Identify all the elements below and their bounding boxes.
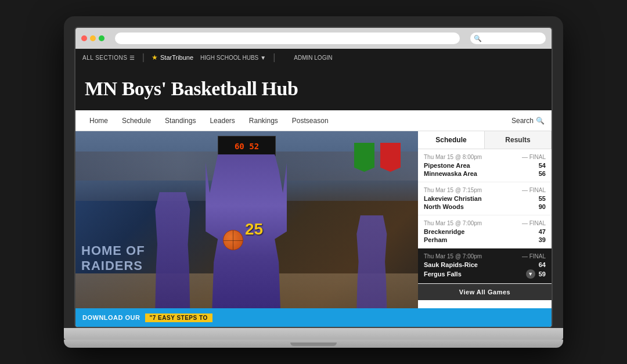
tab-schedule[interactable]: Schedule [418, 131, 485, 149]
website-content: ALL SECTIONS ☰ | ★ StarTribune HIGH SCHO… [75, 49, 552, 327]
laptop-notch [290, 343, 337, 346]
game-2-team2-row: North Woods 90 [424, 203, 546, 210]
game-2-date: Thu Mar 15 @ 7:15pm [424, 187, 482, 193]
banner-green [354, 143, 374, 172]
schedule-panel: Schedule Results Thu Mar 15 @ 8:00pm — F… [418, 131, 552, 308]
download-bar: DOWNLOAD OUR "7 EASY STEPS TO [75, 308, 552, 327]
site-title: MN Boys' Basketball Hub [85, 78, 542, 100]
scroll-down-icon[interactable]: ▼ [526, 269, 535, 279]
address-bar[interactable] [115, 33, 460, 44]
laptop-bottom-bezel [64, 328, 563, 340]
game-2-team1-row: Lakeview Christian 55 [424, 195, 546, 202]
game-entry-1: Thu Mar 15 @ 8:00pm — FINAL Pipestone Ar… [418, 149, 552, 182]
player-left-silhouette [151, 192, 194, 308]
game-4-meta: Thu Mar 15 @ 7:00pm — FINAL [424, 253, 546, 260]
search-icon: 🔍 [474, 35, 482, 42]
admin-login-label: ADMIN LOGIN [294, 55, 332, 61]
close-button[interactable] [81, 35, 87, 41]
game-4-teams: Sauk Rapids-Rice 64 Fergus Falls ▼ 59 [424, 261, 546, 279]
game-3-meta: Thu Mar 15 @ 7:00pm — FINAL [424, 220, 546, 226]
browser-chrome: 🔍 [75, 28, 552, 49]
sign-line2: RAIDERS [81, 258, 145, 273]
game-2-team2-name: North Woods [424, 203, 464, 210]
game-4-team2-row: Fergus Falls ▼ 59 [424, 269, 546, 279]
game-3-team1-name: Breckenridge [424, 228, 464, 235]
maximize-button[interactable] [99, 35, 105, 41]
laptop-screen: 🔍 ALL SECTIONS ☰ | ★ StarTribune HIGH SC… [74, 27, 553, 328]
game-1-team1-row: Pipestone Area 54 [424, 162, 546, 169]
game-2-score2: 90 [539, 203, 546, 210]
game-4-status: — FINAL [522, 253, 546, 260]
all-sections-label: ALL SECTIONS [82, 55, 127, 61]
game-4-score1: 64 [539, 261, 546, 268]
game-2-score1: 55 [539, 195, 546, 202]
game-3-score1: 47 [539, 228, 546, 235]
download-prefix: DOWNLOAD OUR [82, 314, 140, 321]
nav-item-leaders[interactable]: Leaders [203, 112, 242, 129]
nav-item-rankings[interactable]: Rankings [242, 112, 285, 129]
game-entry-4: Thu Mar 15 @ 7:00pm — FINAL Sauk Rapids-… [418, 248, 552, 284]
player-right-silhouette [353, 215, 391, 308]
court-sign: HOME OF RAIDERS [81, 243, 145, 273]
laptop-frame: 🔍 ALL SECTIONS ☰ | ★ StarTribune HIGH SC… [64, 16, 563, 348]
game-3-team2-name: Perham [424, 236, 447, 243]
game-4-team1-row: Sauk Rapids-Rice 64 [424, 261, 546, 268]
main-content-area: 60 52 25 HOME OF RAIDERS [75, 131, 552, 308]
scoreboard-display: 60 52 [235, 142, 259, 151]
search-button[interactable]: Search 🔍 [511, 117, 545, 125]
game-2-team1-name: Lakeview Christian [424, 195, 482, 202]
nav-item-postseason[interactable]: Postseason [285, 112, 336, 129]
game-3-date: Thu Mar 15 @ 7:00pm [424, 220, 482, 226]
schedule-tabs: Schedule Results [418, 131, 552, 149]
divider-1: | [142, 52, 145, 63]
view-all-games-button[interactable]: View All Games [418, 284, 552, 300]
star-icon: ★ [152, 53, 158, 62]
game-4-score2: 59 [539, 271, 546, 277]
main-navigation: Home Schedule Standings Leaders Rankings… [75, 110, 552, 131]
nav-item-home[interactable]: Home [82, 112, 115, 129]
download-cta[interactable]: "7 EASY STEPS TO [145, 313, 212, 322]
game-2-meta: Thu Mar 15 @ 7:15pm — FINAL [424, 187, 546, 193]
game-entry-3: Thu Mar 15 @ 7:00pm — FINAL Breckenridge… [418, 215, 552, 248]
startribune-logo[interactable]: ★ StarTribune [152, 53, 193, 62]
game-1-meta: Thu Mar 15 @ 8:00pm — FINAL [424, 154, 546, 160]
game-1-team2-name: Minnewaska Area [424, 170, 477, 177]
admin-login-link[interactable]: ADMIN LOGIN [294, 55, 332, 61]
search-label: Search [511, 117, 534, 125]
game-3-status: — FINAL [522, 220, 546, 226]
scoreboard: 60 52 [218, 136, 276, 156]
game-1-status: — FINAL [522, 154, 546, 160]
game-2-teams: Lakeview Christian 55 North Woods 90 [424, 195, 546, 210]
top-navigation-bar: ALL SECTIONS ☰ | ★ StarTribune HIGH SCHO… [75, 49, 552, 66]
browser-search-bar[interactable]: 🔍 [470, 33, 546, 44]
logo-text: StarTribune [160, 54, 193, 61]
game-4-date: Thu Mar 15 @ 7:00pm [424, 253, 482, 260]
game-4-team2-name: Fergus Falls [424, 271, 462, 277]
game-1-team2-row: Minnewaska Area 56 [424, 170, 546, 177]
site-header: MN Boys' Basketball Hub [75, 66, 552, 110]
search-icon: 🔍 [536, 117, 545, 125]
hub-chevron-icon: ▼ [260, 55, 266, 61]
sign-line1: HOME OF [81, 243, 145, 258]
game-4-team1-name: Sauk Rapids-Rice [424, 261, 478, 268]
game-entry-2: Thu Mar 15 @ 7:15pm — FINAL Lakeview Chr… [418, 182, 552, 215]
divider-2: | [273, 52, 275, 63]
game-1-score1: 54 [539, 162, 546, 169]
tab-results[interactable]: Results [485, 131, 552, 149]
game-2-status: — FINAL [522, 187, 546, 193]
nav-items-list: Home Schedule Standings Leaders Rankings… [82, 112, 511, 129]
traffic-lights [81, 35, 105, 41]
laptop-base [64, 340, 563, 348]
hero-image: 60 52 25 HOME OF RAIDERS [75, 131, 418, 308]
hamburger-icon: ☰ [129, 55, 135, 61]
game-3-team2-row: Perham 39 [424, 236, 546, 243]
nav-item-schedule[interactable]: Schedule [115, 112, 158, 129]
game-3-score2: 39 [539, 236, 546, 243]
nav-item-standings[interactable]: Standings [158, 112, 203, 129]
high-school-hubs-menu[interactable]: HIGH SCHOOL HUBS ▼ [200, 55, 266, 61]
all-sections-menu[interactable]: ALL SECTIONS ☰ [82, 55, 135, 61]
minimize-button[interactable] [90, 35, 96, 41]
banner-red [380, 143, 401, 172]
game-1-team1-name: Pipestone Area [424, 162, 470, 169]
hub-label: HIGH SCHOOL HUBS [200, 55, 258, 61]
